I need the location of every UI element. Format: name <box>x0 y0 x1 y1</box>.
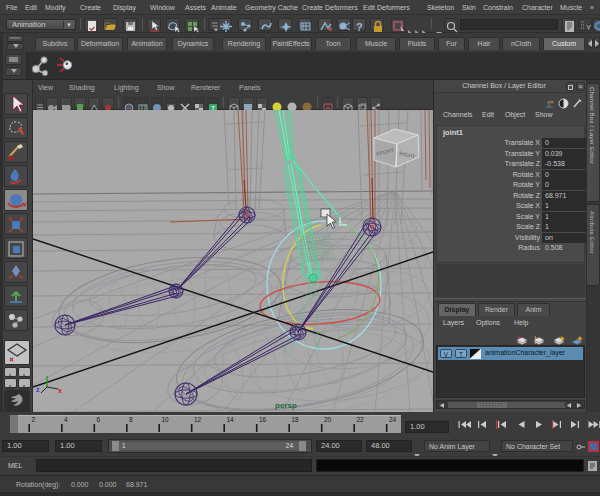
svg-text:persp: persp <box>275 401 297 410</box>
svg-text:20: 20 <box>324 416 332 423</box>
svg-text:8: 8 <box>129 416 133 423</box>
svg-text:24: 24 <box>389 416 397 423</box>
svg-text:6: 6 <box>97 416 101 423</box>
svg-text:12: 12 <box>194 416 202 423</box>
svg-text:x: x <box>58 387 62 394</box>
svg-text:18: 18 <box>291 416 299 423</box>
svg-text:z: z <box>36 386 40 393</box>
svg-text:14: 14 <box>226 416 234 423</box>
svg-text:10: 10 <box>161 416 169 423</box>
svg-text:22: 22 <box>356 416 364 423</box>
svg-text:?: ? <box>356 21 363 33</box>
svg-text:4: 4 <box>64 416 68 423</box>
svg-text:2: 2 <box>31 416 35 423</box>
svg-text:16: 16 <box>259 416 267 423</box>
